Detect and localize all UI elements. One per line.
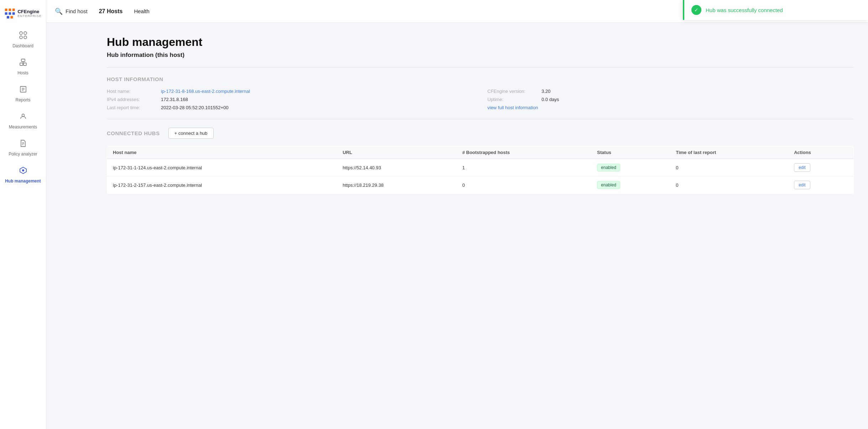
connected-hubs-title: Connected hubs: [107, 130, 160, 136]
sidebar-item-reports[interactable]: Reports: [0, 81, 46, 107]
last-report-label: Last report time:: [107, 105, 157, 110]
status-badge: enabled: [597, 181, 620, 189]
svg-point-11: [24, 36, 27, 39]
policy-icon: [19, 139, 27, 149]
svg-rect-4: [12, 9, 15, 11]
hosts-count[interactable]: 27 Hosts: [99, 8, 123, 15]
table-row: ip-172-31-1-124.us-east-2.compute.intern…: [107, 159, 854, 176]
cell-last-report: 0: [670, 176, 788, 194]
page-subtitle: Hub information (this host): [107, 52, 854, 59]
col-status: Status: [591, 146, 670, 159]
table-body: ip-172-31-1-124.us-east-2.compute.intern…: [107, 159, 854, 194]
table-head: Host name URL # Bootstrapped hosts Statu…: [107, 146, 854, 159]
col-hostname: Host name: [107, 146, 337, 159]
dashboard-icon: [19, 31, 27, 41]
divider-1: [107, 67, 854, 68]
reports-icon: [19, 85, 27, 95]
uptime-label: Uptime:: [487, 97, 537, 102]
divider-2: [107, 119, 854, 119]
table-row: ip-172-31-2-157.us-east-2.compute.intern…: [107, 176, 854, 194]
svg-rect-5: [12, 12, 15, 15]
health-link[interactable]: Health: [134, 8, 149, 14]
page-title: Hub management: [107, 36, 854, 49]
col-last-report: Time of last report: [670, 146, 788, 159]
host-info-left: Host name: ip-172-31-8-168.us-east-2.com…: [107, 89, 473, 110]
sidebar-item-label: Hub management: [5, 179, 41, 184]
edit-button[interactable]: edit: [794, 163, 810, 172]
edit-button[interactable]: edit: [794, 181, 810, 189]
col-actions: Actions: [788, 146, 853, 159]
svg-rect-2: [5, 12, 7, 15]
cell-actions: edit: [788, 159, 853, 176]
svg-point-25: [22, 169, 24, 171]
sidebar-item-dashboard[interactable]: Dashboard: [0, 27, 46, 53]
ipv4-row: IPv4 addresses: 172.31.8.168: [107, 97, 473, 102]
sidebar-item-label: Reports: [15, 97, 30, 102]
check-icon: ✓: [691, 5, 701, 15]
sidebar-item-measurements[interactable]: Measurements: [0, 108, 46, 134]
cell-url: https://52.14.40.93: [337, 159, 456, 176]
cell-status: enabled: [591, 176, 670, 194]
cell-url: https://18.219.29.38: [337, 176, 456, 194]
search-icon: 🔍: [55, 7, 63, 15]
cell-bootstrapped: 0: [456, 176, 591, 194]
svg-rect-3: [9, 12, 11, 15]
cfengine-row: CFEngine version: 3.20: [487, 89, 854, 94]
connect-hub-button[interactable]: + connect a hub: [168, 128, 214, 139]
status-badge: enabled: [597, 164, 620, 171]
find-host-btn[interactable]: 🔍 Find host: [55, 7, 88, 15]
host-info-section: Host information Host name: ip-172-31-8-…: [107, 76, 854, 110]
sidebar-item-policy-analyzer[interactable]: Policy analyzer: [0, 135, 46, 161]
svg-point-9: [24, 32, 27, 35]
cell-hostname: ip-172-31-1-124.us-east-2.compute.intern…: [107, 159, 337, 176]
svg-rect-6: [7, 16, 9, 18]
sidebar-nav: Dashboard Hosts Reports Measurements: [0, 27, 46, 188]
sidebar-item-label: Dashboard: [12, 43, 33, 48]
table-header-row: Host name URL # Bootstrapped hosts Statu…: [107, 146, 854, 159]
cell-bootstrapped: 1: [456, 159, 591, 176]
cell-status: enabled: [591, 159, 670, 176]
sidebar-item-label: Measurements: [9, 125, 37, 129]
cell-hostname: ip-172-31-2-157.us-east-2.compute.intern…: [107, 176, 337, 194]
hostname-value[interactable]: ip-172-31-8-168.us-east-2.compute.intern…: [161, 89, 250, 94]
ipv4-label: IPv4 addresses:: [107, 97, 157, 102]
hostname-row: Host name: ip-172-31-8-168.us-east-2.com…: [107, 89, 473, 94]
view-full-link[interactable]: view full host information: [487, 105, 538, 110]
cell-actions: edit: [788, 176, 853, 194]
last-report-value: 2022-03-28 05:52:20.101552+00: [161, 105, 229, 110]
host-info-grid: Host name: ip-172-31-8-168.us-east-2.com…: [107, 89, 854, 110]
host-info-title: Host information: [107, 76, 854, 82]
svg-point-10: [20, 36, 22, 39]
col-url: URL: [337, 146, 456, 159]
sidebar-item-hub-management[interactable]: Hub management: [0, 162, 46, 188]
svg-point-8: [20, 32, 22, 35]
app-name: CFEngine: [17, 9, 42, 14]
svg-rect-0: [5, 9, 7, 11]
notification-message: Hub was successfully connected: [706, 7, 783, 13]
svg-point-21: [22, 114, 24, 117]
ipv4-value: 172.31.8.168: [161, 97, 188, 102]
hub-management-icon: [19, 166, 27, 176]
app-sub: ENTERPRISE: [17, 14, 42, 18]
cell-last-report: 0: [670, 159, 788, 176]
svg-rect-7: [10, 16, 13, 18]
cfengine-label: CFEngine version:: [487, 89, 537, 94]
view-full-row: view full host information: [487, 105, 854, 110]
sidebar: CFEngine ENTERPRISE Dashboard Hosts: [0, 0, 46, 429]
main-content: Hub management Hub information (this hos…: [93, 23, 868, 429]
svg-rect-12: [21, 59, 25, 62]
sidebar-item-hosts[interactable]: Hosts: [0, 54, 46, 80]
col-bootstrapped: # Bootstrapped hosts: [456, 146, 591, 159]
success-notification: ✓ Hub was successfully connected: [683, 0, 868, 20]
cfengine-value: 3.20: [542, 89, 550, 94]
hosts-icon: [19, 58, 27, 68]
connected-hubs-header: Connected hubs + connect a hub: [107, 128, 854, 139]
host-info-right: CFEngine version: 3.20 Uptime: 0.0 days …: [487, 89, 854, 110]
last-report-row: Last report time: 2022-03-28 05:52:20.10…: [107, 105, 473, 110]
sidebar-item-label: Hosts: [17, 70, 28, 75]
hostname-label: Host name:: [107, 89, 157, 94]
logo: CFEngine ENTERPRISE: [0, 4, 46, 27]
hubs-table: Host name URL # Bootstrapped hosts Statu…: [107, 146, 854, 194]
svg-rect-1: [9, 9, 11, 11]
uptime-row: Uptime: 0.0 days: [487, 97, 854, 102]
